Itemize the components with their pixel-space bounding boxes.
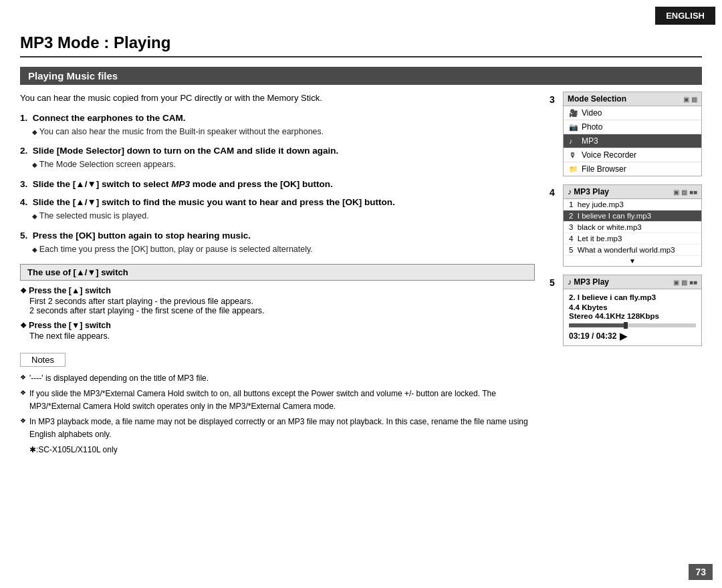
step-2-heading: 2. Slide [Mode Selector] down to turn on…: [20, 146, 535, 156]
step-2-sub: The Mode Selection screen appears.: [20, 158, 535, 171]
panel4-music-icon: ♪: [568, 187, 574, 196]
mp3-label-1: hey jude.mp3: [578, 200, 624, 208]
main-layout: You can hear the music copied from your …: [20, 92, 702, 454]
panel4-down-arrow: ▼: [564, 256, 701, 266]
note-item-2: If you slide the MP3/*External Camera Ho…: [20, 388, 535, 413]
step-4-text: Slide the [▲/▼] switch to find the music…: [33, 197, 395, 207]
progress-bar: [569, 323, 696, 327]
panel5-icon2: ▦: [681, 279, 687, 286]
voice-icon: 🎙: [569, 151, 578, 159]
panel5-header-icons: ▣ ▦ ■■: [673, 279, 697, 286]
panel4-header: ♪ MP3 Play ▣ ▦ ■■: [564, 185, 701, 199]
mode-item-video: 🎥 Video: [564, 106, 701, 120]
mp3-item-3: 3 black or white.mp3: [564, 222, 701, 233]
panel3-header-title: Mode Selection: [568, 94, 626, 104]
panel4-items: 1 hey jude.mp3 2 I believe I can fly.mp3…: [564, 199, 701, 266]
panel4-icon2: ▦: [681, 188, 687, 196]
panel5-header: ♪ MP3 Play ▣ ▦ ■■: [564, 275, 701, 289]
panel5-step-num: 5: [550, 277, 555, 288]
filebrowser-icon: 📁: [569, 165, 578, 174]
panel4-header-title: ♪ MP3 Play: [568, 187, 609, 196]
play-button-icon[interactable]: ▶: [620, 331, 627, 341]
step-1-heading: 1. Connect the earphones to the CAM.: [20, 113, 535, 123]
mp3-item-1: 1 hey jude.mp3: [564, 199, 701, 210]
press-down-item: Press the [▼] switch The next file appea…: [20, 321, 535, 341]
press-up-label: Press the [▲] switch: [20, 286, 535, 295]
panel5-content: 2. I believe i can fly.mp3 4.4 Kbytes St…: [564, 289, 701, 345]
mp3-num-3: 3: [569, 223, 573, 231]
panel5-header-title: ♪ MP3 Play: [568, 277, 609, 287]
step-4-heading: 4. Slide the [▲/▼] switch to find the mu…: [20, 197, 535, 207]
mp3-num-4: 4: [569, 235, 573, 243]
mode-item-mp3: ♪ MP3: [564, 134, 701, 148]
step-5-heading: 5. Press the [OK] button again to stop h…: [20, 231, 535, 241]
step-2-text: Slide [Mode Selector] down to turn on th…: [33, 146, 339, 156]
mode-label-video: Video: [582, 108, 602, 118]
panel4: ♪ MP3 Play ▣ ▦ ■■ 1 hey jude.mp3: [563, 184, 702, 267]
panel3-header-icons: ▣ ▦: [683, 96, 697, 103]
panel4-title-text: MP3 Play: [574, 187, 609, 196]
step-1-sub: You can also hear the music from the Bui…: [20, 126, 535, 138]
press-up-line1: First 2 seconds after start playing - th…: [20, 297, 535, 306]
panel3-items: 🎥 Video 📷 Photo ♪ MP3 🎙 Voice Recorder: [564, 106, 701, 176]
note-item-3: In MP3 playback mode, a file name may no…: [20, 416, 535, 441]
panel5-size: 4.4 Kbytes: [569, 303, 696, 311]
step-4: 4. Slide the [▲/▼] switch to find the mu…: [20, 197, 535, 223]
mp3-item-5: 5 What a wonderful world.mp3: [564, 245, 701, 256]
panel5-quality: Stereo 44.1KHz 128Kbps: [569, 312, 696, 320]
step-3: 3. Slide the [▲/▼] switch to select MP3 …: [20, 179, 535, 189]
panel4-icon1: ▣: [673, 188, 679, 196]
video-icon: 🎥: [569, 109, 578, 118]
mp3-item-4: 4 Let it be.mp3: [564, 233, 701, 245]
mode-item-filebrowser: 📁 File Browser: [564, 162, 701, 176]
mode-label-filebrowser: File Browser: [582, 164, 626, 174]
panel3-step-num: 3: [550, 94, 555, 105]
step-2-number: 2.: [20, 146, 27, 156]
panel3-header: Mode Selection ▣ ▦: [564, 92, 701, 106]
step-5-number: 5.: [20, 231, 27, 241]
step-3-heading: 3. Slide the [▲/▼] switch to select MP3 …: [20, 179, 535, 189]
step-5: 5. Press the [OK] button again to stop h…: [20, 231, 535, 256]
subsection-title: The use of [▲/▼] switch: [20, 264, 535, 281]
english-badge: ENGLISH: [655, 7, 715, 25]
step-4-number: 4.: [20, 197, 27, 207]
step-1-text: Connect the earphones to the CAM.: [33, 113, 186, 123]
panel3: Mode Selection ▣ ▦ 🎥 Video 📷 Photo: [563, 92, 702, 176]
step-5-sub: Each time you press the [OK] button, pla…: [20, 243, 535, 256]
star-note: ✱:SC-X105L/X110L only: [20, 445, 535, 454]
panel5-time-text: 03:19 / 04:32: [569, 331, 616, 341]
step-4-sub: The selected music is played.: [20, 210, 535, 223]
mp3-label-4: Let it be.mp3: [578, 235, 622, 243]
panel3-icon1: ▣: [683, 96, 689, 103]
page-number: 73: [689, 564, 713, 580]
press-down-line1: The next file appears.: [20, 331, 535, 341]
mp3-icon: ♪: [569, 137, 578, 145]
mode-item-photo: 📷 Photo: [564, 120, 701, 134]
panel5-music-icon: ♪: [568, 277, 574, 287]
panel5-title-text: MP3 Play: [574, 277, 609, 287]
mp3-num-1: 1: [569, 200, 573, 208]
panel4-header-icons: ▣ ▦ ■■: [673, 188, 697, 196]
right-panels: 3 Mode Selection ▣ ▦ 🎥 Video 📷: [548, 92, 702, 354]
step-1: 1. Connect the earphones to the CAM. You…: [20, 113, 535, 138]
panel5-wrapper: 5 ♪ MP3 Play ▣ ▦ ■■ 2. I believe i can f…: [563, 275, 702, 346]
page-title: MP3 Mode : Playing: [20, 33, 702, 57]
mode-label-voice: Voice Recorder: [582, 150, 636, 160]
mp3-item-2: 2 I believe I can fly.mp3: [564, 210, 701, 222]
step-3-number: 3.: [20, 179, 27, 189]
notes-list: '----' is displayed depending on the tit…: [20, 372, 535, 442]
mp3-label-3: black or white.mp3: [578, 223, 642, 231]
photo-icon: 📷: [569, 123, 578, 132]
note-item-1: '----' is displayed depending on the tit…: [20, 372, 535, 385]
panel3-wrapper: 3 Mode Selection ▣ ▦ 🎥 Video 📷: [563, 92, 702, 176]
press-up-item: Press the [▲] switch First 2 seconds aft…: [20, 286, 535, 315]
left-content: You can hear the music copied from your …: [20, 92, 535, 454]
mp3-num-2: 2: [569, 212, 573, 220]
panel5-icon3: ■■: [689, 279, 697, 286]
panel3-icon2: ▦: [691, 96, 697, 103]
mp3-label-2: I believe I can fly.mp3: [578, 212, 651, 220]
progress-indicator: [624, 322, 628, 329]
panel4-step-num: 4: [550, 187, 555, 198]
mode-label-photo: Photo: [582, 122, 602, 132]
step-5-text: Press the [OK] button again to stop hear…: [33, 231, 251, 241]
